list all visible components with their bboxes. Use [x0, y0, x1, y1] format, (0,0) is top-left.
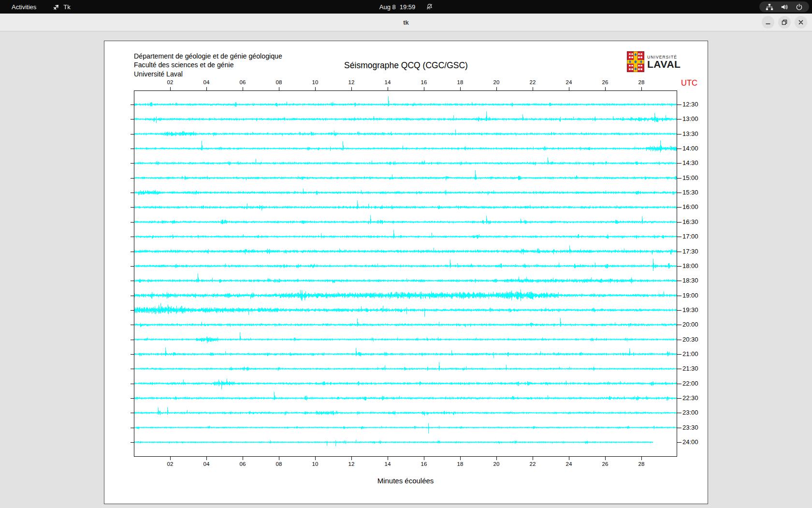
- x-tick-bottom: [388, 457, 388, 460]
- clock-text: Aug 8 19:59: [379, 3, 416, 11]
- trace-tick-left: [130, 296, 134, 296]
- x-tick-top: [206, 87, 207, 90]
- gnome-top-bar: Activities Tk Aug 8 19:59: [0, 0, 812, 14]
- x-tick-label-top: 02: [163, 79, 177, 85]
- trace-time-label: 13:00: [682, 115, 698, 123]
- x-tick-label-top: 12: [344, 79, 359, 85]
- trace-tick-left: [130, 281, 134, 281]
- trace-tick-left: [130, 134, 134, 134]
- x-tick-top: [388, 87, 388, 90]
- x-tick-top: [496, 87, 497, 90]
- trace-time-label: 20:00: [682, 321, 698, 329]
- volume-icon: [781, 3, 788, 11]
- trace-time-label: 15:30: [682, 189, 698, 196]
- x-tick-bottom: [279, 457, 279, 460]
- x-tick-label-top: 06: [235, 79, 250, 85]
- trace-tick-right: [677, 105, 682, 105]
- restore-icon: [782, 19, 787, 25]
- close-icon: [798, 19, 804, 25]
- trace-time-label: 15:00: [682, 174, 698, 182]
- trace-time-label: 19:00: [682, 292, 698, 299]
- x-tick-label-top: 28: [634, 79, 649, 85]
- x-axis-label: Minutes écoulées: [377, 477, 434, 485]
- minimize-button[interactable]: [762, 16, 774, 29]
- trace-tick-left: [130, 384, 134, 384]
- x-tick-top: [351, 87, 352, 90]
- trace-time-label: 22:00: [682, 380, 698, 388]
- x-tick-bottom: [206, 457, 207, 460]
- x-tick-top: [605, 87, 606, 90]
- trace-tick-right: [677, 237, 682, 237]
- utc-corner-label: UTC: [681, 78, 697, 88]
- trace-time-label: 17:30: [682, 248, 698, 255]
- trace-tick-left: [130, 340, 134, 340]
- restore-button[interactable]: [778, 16, 791, 29]
- window-title-bar[interactable]: tk: [0, 14, 812, 31]
- x-tick-top: [641, 87, 642, 90]
- trace-tick-right: [677, 413, 682, 413]
- trace-tick-left: [130, 163, 134, 164]
- trace-tick-right: [677, 266, 682, 267]
- trace-time-label: 18:30: [682, 277, 698, 284]
- trace-time-label: 18:00: [682, 262, 698, 270]
- trace-time-label: 21:00: [682, 350, 698, 358]
- x-tick-top: [243, 87, 243, 90]
- x-tick-label-top: 20: [489, 79, 504, 85]
- seismogram-canvas: [134, 91, 677, 456]
- close-button[interactable]: [795, 16, 807, 29]
- focused-app-name: Tk: [63, 3, 70, 11]
- minimize-icon: [765, 19, 771, 25]
- focused-app-menu[interactable]: Tk: [53, 3, 70, 11]
- x-tick-top: [533, 87, 533, 90]
- trace-tick-left: [130, 266, 134, 267]
- x-tick-label-top: 04: [199, 79, 214, 85]
- trace-time-label: 23:00: [682, 409, 698, 417]
- trace-time-label: 21:30: [682, 365, 698, 373]
- trace-tick-left: [130, 193, 134, 193]
- trace-time-label: 23:30: [682, 424, 698, 432]
- trace-time-label: 17:00: [682, 233, 698, 240]
- x-tick-top: [315, 87, 316, 90]
- trace-time-label: 14:00: [682, 145, 698, 152]
- laval-wordmark-large: LAVAL: [647, 60, 681, 69]
- activities-button[interactable]: Activities: [8, 2, 40, 12]
- trace-tick-right: [677, 398, 682, 399]
- trace-tick-right: [677, 325, 682, 325]
- trace-tick-right: [677, 163, 682, 164]
- clock-time: 19:59: [400, 3, 416, 11]
- x-tick-label-bottom: 24: [562, 461, 576, 467]
- x-tick-label-top: 26: [598, 79, 612, 85]
- clock-menu[interactable]: Aug 8 19:59: [379, 0, 433, 14]
- x-tick-label-bottom: 04: [199, 461, 214, 467]
- trace-time-label: 16:00: [682, 203, 698, 211]
- trace-tick-left: [130, 325, 134, 325]
- institution-line-3: Université Laval: [134, 70, 282, 78]
- trace-tick-left: [130, 398, 134, 399]
- trace-tick-left: [130, 178, 134, 179]
- x-tick-label-bottom: 08: [272, 461, 286, 467]
- notifications-muted-icon: [426, 3, 433, 10]
- system-status-area[interactable]: [759, 1, 809, 12]
- trace-tick-right: [677, 207, 682, 208]
- trace-tick-right: [677, 354, 682, 355]
- x-tick-bottom: [170, 457, 171, 460]
- x-tick-label-bottom: 10: [308, 461, 322, 467]
- x-tick-label-bottom: 28: [634, 461, 649, 467]
- trace-tick-left: [130, 105, 134, 105]
- plot-title: Séismographe QCQ (CGC/GSC): [344, 60, 468, 71]
- trace-tick-right: [677, 281, 682, 281]
- x-tick-label-top: 08: [272, 79, 286, 85]
- tk-app-icon: [53, 3, 60, 11]
- window-controls: [762, 16, 807, 29]
- trace-tick-right: [677, 384, 682, 384]
- trace-tick-left: [130, 369, 134, 369]
- trace-time-label: 20:30: [682, 336, 698, 344]
- trace-tick-right: [677, 340, 682, 340]
- trace-tick-right: [677, 310, 682, 311]
- trace-tick-left: [130, 222, 134, 223]
- x-tick-label-bottom: 26: [598, 461, 612, 467]
- trace-tick-right: [677, 296, 682, 296]
- institution-line-2: Faculté des sciences et de génie: [134, 60, 282, 69]
- trace-tick-left: [130, 252, 134, 252]
- x-tick-bottom: [243, 457, 243, 460]
